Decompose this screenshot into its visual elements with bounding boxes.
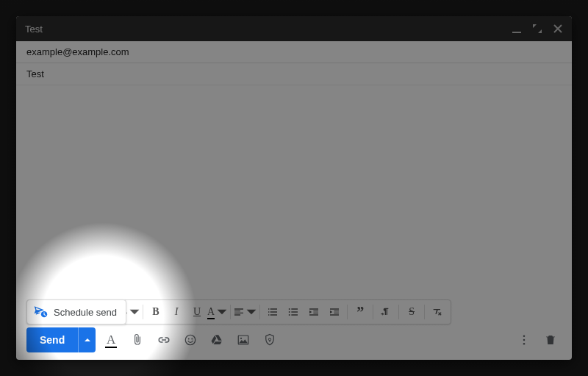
underline-button[interactable]: U	[187, 302, 207, 322]
bulleted-list-button[interactable]	[283, 302, 304, 322]
align-button[interactable]	[233, 302, 257, 322]
subject-value: Test	[26, 68, 44, 79]
formatting-options-button[interactable]: A	[100, 329, 122, 351]
svg-point-1	[289, 308, 290, 310]
subject-field[interactable]: Test	[16, 63, 572, 85]
numbered-list-button[interactable]	[262, 302, 283, 322]
svg-point-6	[188, 338, 190, 340]
indent-more-button[interactable]	[324, 302, 345, 322]
compose-window: Test example@example.com Test B I U A	[16, 16, 572, 360]
send-button[interactable]: Send	[26, 327, 78, 352]
fullscreen-icon[interactable]	[532, 24, 542, 34]
insert-link-button[interactable]	[153, 329, 175, 351]
minimize-icon[interactable]	[512, 24, 522, 34]
svg-point-7	[192, 338, 193, 340]
attach-file-button[interactable]	[126, 329, 148, 351]
bold-button[interactable]: B	[146, 302, 166, 322]
send-options-dropdown[interactable]	[78, 327, 96, 352]
insert-drive-button[interactable]	[206, 329, 228, 351]
quote-button[interactable]: ”	[350, 302, 370, 322]
insert-emoji-button[interactable]	[179, 329, 201, 351]
confidential-mode-button[interactable]	[259, 329, 281, 351]
titlebar: Test	[16, 16, 572, 41]
svg-point-5	[185, 335, 196, 345]
recipients-field[interactable]: example@example.com	[16, 41, 572, 63]
text-color-button[interactable]: A	[207, 302, 228, 322]
svg-point-11	[523, 335, 526, 337]
svg-point-12	[523, 339, 526, 341]
close-icon[interactable]	[553, 24, 563, 34]
italic-button[interactable]: I	[166, 302, 187, 322]
recipient-value: example@example.com	[26, 46, 129, 57]
window-title: Test	[25, 24, 501, 35]
send-split-button: Send	[26, 327, 96, 352]
svg-point-9	[240, 338, 242, 339]
schedule-send-label: Schedule send	[54, 307, 117, 318]
remove-formatting-button[interactable]	[427, 302, 448, 322]
schedule-send-menu-item[interactable]: Schedule send	[26, 299, 126, 324]
discard-draft-button[interactable]	[539, 329, 562, 351]
schedule-send-icon	[33, 304, 48, 321]
svg-rect-0	[512, 32, 521, 33]
strikethrough-button[interactable]: S	[401, 302, 422, 322]
action-bar: Send A	[26, 327, 562, 352]
insert-photo-button[interactable]	[232, 329, 254, 351]
more-options-button[interactable]	[513, 329, 535, 351]
svg-point-13	[523, 343, 526, 345]
svg-point-2	[289, 311, 290, 313]
svg-point-10	[269, 338, 271, 341]
text-direction-button[interactable]	[376, 302, 396, 322]
indent-less-button[interactable]	[304, 302, 324, 322]
svg-point-3	[289, 314, 290, 316]
